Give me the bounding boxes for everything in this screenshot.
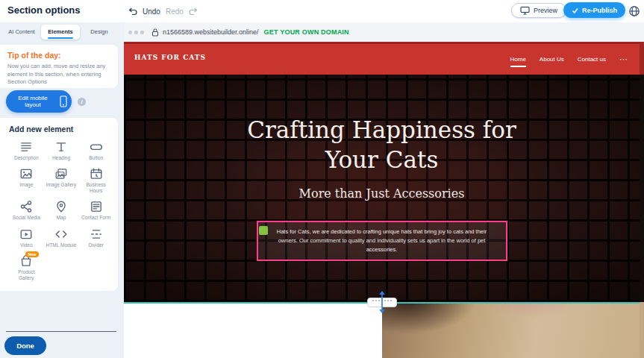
info-icon[interactable]: i bbox=[78, 98, 86, 106]
element-label: Social Media bbox=[13, 215, 40, 221]
app-root: Section options Undo Redo Preview Re-Pub… bbox=[0, 0, 644, 358]
undo-button[interactable]: Undo bbox=[143, 7, 160, 16]
add-panel-title: Add new element bbox=[9, 125, 113, 134]
check-icon bbox=[572, 7, 578, 13]
resize-section-arrow-icon[interactable] bbox=[378, 291, 387, 313]
image-icon bbox=[19, 167, 33, 180]
divider-icon bbox=[90, 227, 103, 241]
site-logo: HATS FOR CATS bbox=[134, 54, 206, 61]
element-label: HTML Module bbox=[46, 242, 77, 248]
add-element-contact-form[interactable]: Contact Form bbox=[78, 197, 113, 223]
add-element-panel: Add new element DescriptionHeadingButton… bbox=[0, 118, 118, 291]
selected-text-element[interactable]: Hats for Cats, we are dedicated to craft… bbox=[257, 221, 507, 261]
site-preview: HATS FOR CATS HomeAbout UsContact us⋯ Cr… bbox=[124, 42, 640, 358]
nav-about-us[interactable]: About Us bbox=[540, 54, 564, 65]
element-label: Heading bbox=[52, 155, 70, 161]
button-icon bbox=[90, 140, 103, 154]
element-label: Description bbox=[14, 155, 39, 161]
republish-button[interactable]: Re-Publish bbox=[563, 2, 625, 18]
get-domain-link[interactable]: GET YOUR OWN DOMAIN bbox=[264, 28, 349, 36]
element-drag-handle[interactable] bbox=[259, 226, 268, 235]
tab-ai-content[interactable]: AI Content bbox=[2, 25, 41, 40]
add-element-image-gallery[interactable]: Image Gallery bbox=[44, 164, 79, 196]
page-title: Section options bbox=[7, 4, 81, 16]
browser-bar: n1566589.websitebuilder.online/ GET YOUR… bbox=[124, 22, 644, 42]
done-button[interactable]: Done bbox=[4, 336, 46, 355]
video-icon bbox=[19, 227, 33, 241]
window-dot bbox=[128, 31, 132, 34]
preview-label: Preview bbox=[534, 7, 557, 14]
globe-icon[interactable] bbox=[628, 5, 640, 17]
element-label: Business Hours bbox=[80, 182, 113, 194]
edit-mobile-layout-button[interactable]: Edit mobile layout bbox=[6, 90, 72, 113]
site-nav: HomeAbout UsContact us⋯ bbox=[510, 44, 628, 75]
top-bar: Section options Undo Redo Preview Re-Pub… bbox=[0, 0, 644, 22]
tip-title: Tip of the day: bbox=[7, 51, 110, 60]
add-element-description[interactable]: Description bbox=[9, 137, 44, 163]
add-element-html-module[interactable]: HTML Module bbox=[44, 224, 79, 251]
element-label: Product Gallery bbox=[10, 269, 43, 281]
redo-icon[interactable] bbox=[189, 7, 198, 16]
undo-icon[interactable] bbox=[128, 7, 137, 16]
editor-canvas: n1566589.websitebuilder.online/ GET YOUR… bbox=[124, 22, 644, 358]
map-icon bbox=[54, 200, 68, 213]
add-element-video[interactable]: Video bbox=[9, 224, 44, 251]
republish-label: Re-Publish bbox=[582, 7, 617, 14]
mobile-layout-row: Edit mobile layout i bbox=[6, 90, 86, 113]
page-edge-strip bbox=[640, 42, 644, 358]
add-element-product-gallery[interactable]: Product GalleryNew bbox=[9, 251, 44, 283]
hero-subheading[interactable]: More than Just Accessories bbox=[299, 186, 465, 201]
add-element-business-hours[interactable]: Business Hours bbox=[78, 164, 113, 196]
social-media-icon bbox=[19, 200, 33, 213]
window-dot bbox=[134, 31, 138, 34]
add-element-heading[interactable]: Heading bbox=[44, 137, 79, 163]
contact-form-icon bbox=[90, 200, 103, 213]
new-badge: New bbox=[25, 251, 38, 257]
element-label: Divider bbox=[89, 242, 104, 248]
tab-design[interactable]: Design bbox=[80, 25, 119, 40]
phone-icon bbox=[60, 95, 67, 107]
site-header[interactable]: HATS FOR CATS HomeAbout UsContact us⋯ bbox=[124, 42, 640, 75]
next-section-text-area bbox=[124, 302, 382, 358]
business-hours-icon bbox=[90, 167, 103, 180]
tab-elements[interactable]: Elements bbox=[41, 25, 80, 40]
element-label: Map bbox=[57, 215, 66, 221]
hero-heading[interactable]: Crafting Happiness for Your Cats bbox=[233, 115, 531, 175]
window-dot bbox=[140, 31, 144, 34]
nav-contact-us[interactable]: Contact us bbox=[578, 54, 606, 65]
add-element-image[interactable]: Image bbox=[9, 164, 44, 196]
element-label: Button bbox=[89, 155, 103, 161]
sidebar-divider bbox=[6, 331, 116, 332]
preview-button[interactable]: Preview bbox=[511, 3, 566, 18]
history-controls: Undo Redo bbox=[128, 0, 198, 22]
edit-mobile-label: Edit mobile layout bbox=[10, 95, 55, 108]
heading-icon bbox=[54, 140, 68, 154]
element-label: Video bbox=[20, 242, 33, 248]
element-label: Image bbox=[19, 182, 33, 188]
sidebar: AI ContentElementsDesign Tip of the day:… bbox=[0, 22, 124, 358]
lock-icon bbox=[151, 28, 159, 37]
html-module-icon bbox=[54, 227, 68, 241]
element-grid: DescriptionHeadingButtonImageImage Galle… bbox=[9, 137, 113, 283]
next-section-image bbox=[382, 302, 640, 358]
element-label: Contact Form bbox=[81, 215, 110, 221]
add-element-button[interactable]: Button bbox=[78, 137, 113, 163]
description-icon bbox=[19, 140, 33, 154]
monitor-icon bbox=[520, 6, 530, 15]
redo-button[interactable]: Redo bbox=[166, 7, 184, 16]
tip-body: Now you can add, move and resize any ele… bbox=[7, 63, 110, 87]
site-url: n1566589.websitebuilder.online/ bbox=[163, 28, 259, 36]
hero-body-text: Hats for Cats, we are dedicated to craft… bbox=[267, 227, 497, 254]
sidebar-tabs: AI ContentElementsDesign bbox=[2, 25, 119, 40]
element-label: Image Gallery bbox=[46, 182, 76, 188]
tip-card: Tip of the day: Now you can add, move an… bbox=[0, 45, 118, 88]
add-element-map[interactable]: Map bbox=[44, 197, 79, 223]
hero-section[interactable]: Crafting Happiness for Your Cats More th… bbox=[124, 75, 640, 302]
nav-home[interactable]: Home bbox=[510, 54, 526, 65]
add-element-divider[interactable]: Divider bbox=[78, 224, 113, 251]
add-element-social-media[interactable]: Social Media bbox=[9, 197, 44, 223]
nav-more-button[interactable]: ⋯ bbox=[619, 55, 628, 63]
image-gallery-icon bbox=[54, 167, 68, 180]
